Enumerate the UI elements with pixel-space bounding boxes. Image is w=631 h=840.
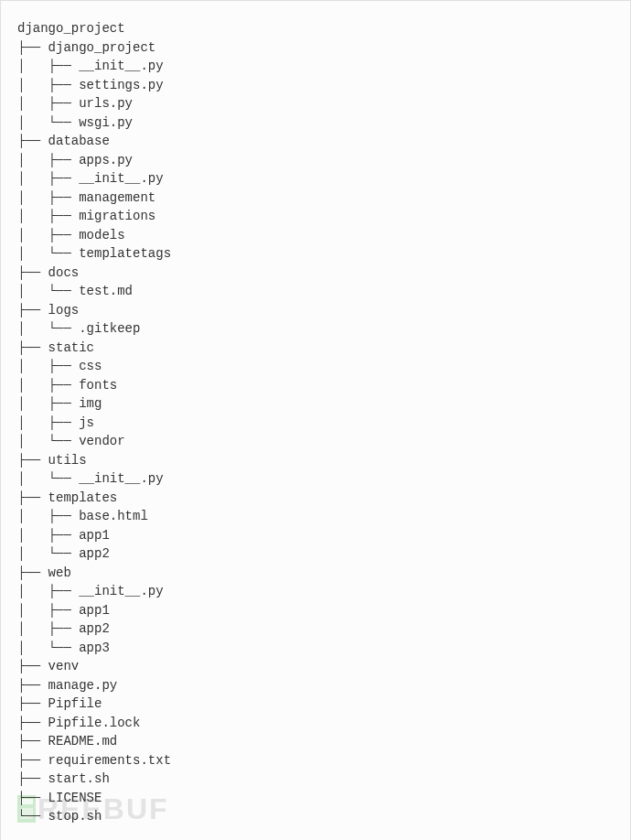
tree-line: │ └── .gitkeep [17,319,614,339]
tree-line: │ ├── app2 [17,619,614,639]
tree-line: │ └── test.md [17,282,614,301]
tree-line: │ └── templatetags [17,244,614,264]
tree-line: ├── README.md [17,732,614,751]
tree-line: ├── Pipfile.lock [17,714,614,733]
tree-line: │ ├── base.html [17,507,614,526]
tree-line: ├── web [17,564,614,583]
tree-line: │ ├── fonts [17,376,614,395]
tree-line: │ └── __init__.py [17,469,614,489]
tree-line: │ └── app2 [17,544,614,564]
tree-line: │ ├── management [17,188,614,208]
tree-line: ├── logs [17,301,614,320]
tree-line: ├── docs [17,264,614,283]
tree-line: │ ├── migrations [17,207,614,226]
tree-line: └── stop.sh [17,807,614,826]
tree-line: │ ├── js [17,414,614,433]
tree-line: │ ├── apps.py [17,151,614,170]
tree-line: │ ├── __init__.py [17,57,614,76]
tree-line: │ └── vendor [17,432,614,451]
tree-line: ├── Pipfile [17,695,614,714]
tree-line: │ ├── css [17,357,614,376]
tree-line: ├── requirements.txt [17,751,614,770]
tree-line: ├── start.sh [17,770,614,789]
tree-line: │ ├── models [17,226,614,245]
tree-line: ├── static [17,339,614,358]
tree-line: │ ├── img [17,394,614,414]
tree-line: │ └── app3 [17,639,614,658]
tree-line: ├── venv [17,657,614,676]
tree-line: │ ├── app1 [17,601,614,620]
tree-line: ├── manage.py [17,676,614,695]
tree-content: django_project├── django_project│ ├── __… [17,19,614,826]
tree-line: │ └── wsgi.py [17,113,614,133]
tree-line: ├── database [17,132,614,151]
tree-line: │ ├── __init__.py [17,169,614,188]
tree-line: ├── LICENSE [17,789,614,808]
tree-line: django_project [17,19,614,38]
tree-line: ├── templates [17,489,614,508]
tree-line: ├── utils [17,451,614,470]
tree-line: │ ├── app1 [17,526,614,545]
tree-line: ├── django_project [17,38,614,58]
tree-container: django_project├── django_project│ ├── __… [0,0,631,840]
tree-line: │ ├── urls.py [17,94,614,113]
tree-line: │ ├── __init__.py [17,582,614,601]
tree-line: │ ├── settings.py [17,76,614,95]
